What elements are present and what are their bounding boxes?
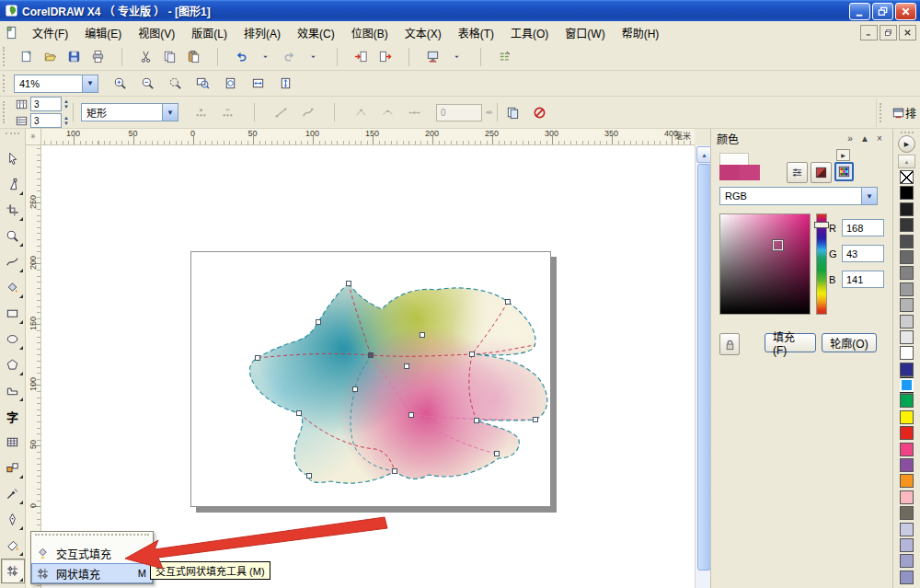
palette-swatch[interactable]: [900, 538, 914, 552]
palette-swatch[interactable]: [900, 458, 914, 472]
menu-item[interactable]: 版面(L): [183, 22, 236, 43]
color-sliders-icon[interactable]: [787, 162, 808, 183]
hue-slider-handle[interactable]: [814, 222, 829, 228]
menu-item[interactable]: 编辑(E): [76, 22, 130, 43]
palette-swatch[interactable]: [900, 235, 914, 248]
toolbar-button[interactable]: [253, 45, 277, 69]
hue-slider[interactable]: [816, 213, 827, 315]
mdi-control-button[interactable]: [860, 25, 878, 40]
docker-expand-icon[interactable]: »: [843, 133, 857, 144]
toolbar-button[interactable]: [133, 45, 157, 69]
palette-swatch[interactable]: [900, 571, 914, 584]
toolbar-button[interactable]: [325, 45, 349, 69]
palette-grip[interactable]: [901, 132, 914, 133]
toolbox-tool[interactable]: [1, 146, 25, 171]
toolbox-grip[interactable]: [6, 133, 19, 142]
toolbox-tool[interactable]: [1, 249, 25, 274]
palette-swatch[interactable]: [900, 410, 914, 424]
toolbox-tool[interactable]: [1, 352, 25, 377]
toolbox-tool[interactable]: [1, 198, 25, 223]
toolbar-button[interactable]: [86, 45, 109, 69]
palette-swatch[interactable]: [900, 298, 914, 312]
node-edit-button[interactable]: [296, 100, 320, 124]
menu-item[interactable]: 工具(O): [502, 22, 557, 43]
toolbar-button[interactable]: [444, 45, 468, 69]
node-edit-button[interactable]: [270, 100, 293, 124]
palette-swatch[interactable]: [900, 506, 914, 520]
palette-swatch[interactable]: [900, 554, 914, 568]
toolbar-button[interactable]: [492, 45, 516, 69]
palette-swatch[interactable]: [900, 363, 914, 376]
node-edit-button[interactable]: [350, 100, 374, 124]
menu-item[interactable]: 视图(V): [130, 22, 183, 43]
palette-swatch[interactable]: [900, 170, 914, 184]
node-edit-button[interactable]: [243, 100, 267, 124]
toolbar-button[interactable]: [468, 45, 492, 69]
toolbox-tool[interactable]: [1, 378, 25, 403]
color-picker-area[interactable]: [719, 213, 811, 315]
toolbar-grip[interactable]: [3, 47, 11, 65]
docker-close-icon[interactable]: ×: [872, 133, 887, 144]
smoothness-field[interactable]: 0: [436, 104, 482, 121]
toolbar-button[interactable]: [109, 45, 133, 69]
mesh-fill-object[interactable]: [191, 252, 550, 506]
window-control-button[interactable]: [872, 3, 893, 20]
toolbar-button[interactable]: [301, 45, 325, 69]
toolbar-button[interactable]: [62, 45, 86, 69]
vertical-ruler[interactable]: 250200150100500: [26, 145, 41, 588]
toolbar-button[interactable]: [38, 45, 62, 69]
zoom-button[interactable]: [163, 72, 187, 96]
zoom-button[interactable]: [218, 72, 242, 96]
toolbar-grip[interactable]: [3, 75, 11, 92]
mesh-action-button[interactable]: [501, 100, 525, 124]
drawing-canvas[interactable]: [41, 145, 695, 588]
zoom-button[interactable]: [246, 72, 270, 96]
palette-swatch[interactable]: [900, 394, 914, 408]
toolbar-button[interactable]: [229, 45, 253, 69]
toolbar-button[interactable]: [420, 45, 444, 69]
toolbar-button[interactable]: [181, 45, 205, 69]
zoom-button[interactable]: [135, 72, 159, 96]
grid-columns-spinner[interactable]: ▲▼: [63, 98, 69, 110]
toolbox-tool[interactable]: [1, 507, 25, 532]
flyout-menu-item[interactable]: 交互式填充 G: [31, 543, 153, 563]
toolbox-tool[interactable]: [1, 275, 25, 300]
grid-rows-field[interactable]: 3: [30, 113, 62, 128]
mdi-control-button[interactable]: [899, 25, 916, 40]
toolbox-tool[interactable]: [1, 172, 25, 197]
zoom-level-combo[interactable]: 41% ▼: [14, 75, 98, 93]
mesh-action-button[interactable]: [528, 100, 552, 124]
vertical-scrollbar[interactable]: ▲: [695, 145, 710, 588]
menu-item[interactable]: 文本(X): [397, 22, 450, 43]
toolbar-button[interactable]: [205, 45, 229, 69]
palette-swatch[interactable]: [900, 474, 914, 488]
palette-swatch[interactable]: [900, 202, 914, 216]
palette-swatch[interactable]: [900, 315, 914, 329]
menu-item[interactable]: 帮助(H): [614, 22, 668, 43]
palette-swatch[interactable]: [900, 266, 914, 280]
menu-item[interactable]: 窗口(W): [557, 22, 613, 43]
palette-swatch[interactable]: [900, 523, 914, 536]
scrollbar-thumb[interactable]: [697, 164, 711, 571]
palette-flyout-icon[interactable]: ▶: [898, 135, 915, 153]
toolbox-tool[interactable]: [1, 224, 25, 248]
menu-item[interactable]: 效果(C): [289, 22, 343, 43]
mdi-control-button[interactable]: [880, 25, 897, 40]
palette-swatch[interactable]: [900, 490, 914, 504]
palette-scroll-up-icon[interactable]: ▲: [898, 155, 915, 168]
menu-item[interactable]: 排列(A): [236, 22, 289, 43]
node-edit-button[interactable]: [403, 100, 427, 124]
chevron-down-icon[interactable]: ▼: [162, 104, 178, 121]
flyout-grip[interactable]: [35, 534, 149, 541]
palette-swatch[interactable]: [900, 346, 914, 360]
palette-swatch[interactable]: [900, 443, 914, 456]
color-viewers-icon[interactable]: [811, 162, 832, 183]
zoom-button[interactable]: [190, 72, 214, 96]
window-control-button[interactable]: [895, 3, 916, 20]
palette-swatch[interactable]: [900, 186, 914, 200]
node-edit-button[interactable]: [190, 100, 213, 124]
grid-columns-field[interactable]: 3: [30, 97, 62, 111]
menu-item[interactable]: 文件(F): [24, 22, 76, 43]
channel-value-field[interactable]: 43: [842, 245, 884, 262]
toolbox-tool[interactable]: [1, 559, 25, 583]
